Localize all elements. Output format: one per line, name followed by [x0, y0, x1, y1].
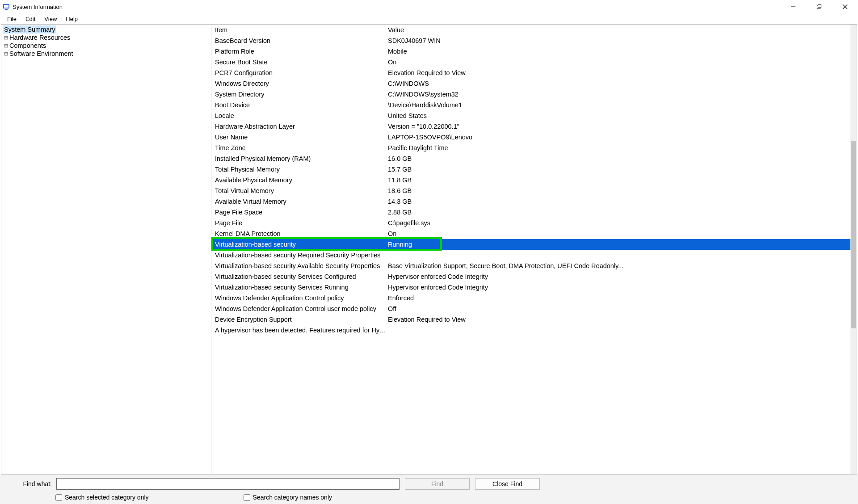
tree-item[interactable]: ⊞Hardware Resources — [3, 34, 209, 42]
detail-value: 14.3 GB — [387, 198, 850, 205]
detail-row[interactable]: LocaleUnited States — [211, 110, 850, 121]
detail-item: Boot Device — [211, 101, 387, 109]
scrollbar-thumb[interactable] — [851, 141, 856, 328]
detail-row[interactable]: Virtualization-based security Services C… — [211, 271, 850, 282]
detail-row[interactable]: Hardware Abstraction LayerVersion = "10.… — [211, 121, 850, 132]
detail-item: Hardware Abstraction Layer — [211, 123, 387, 130]
menu-help[interactable]: Help — [61, 15, 82, 23]
detail-row[interactable]: Windows Defender Application Control pol… — [211, 293, 850, 303]
detail-value: Version = "10.0.22000.1" — [387, 123, 850, 130]
detail-item: Platform Role — [211, 48, 387, 55]
detail-item: Virtualization-based security Services R… — [211, 284, 387, 291]
app-icon — [3, 3, 10, 10]
find-input[interactable] — [56, 478, 400, 490]
detail-row[interactable]: A hypervisor has been detected. Features… — [211, 325, 850, 336]
tree-pane[interactable]: System Summary ⊞Hardware Resources⊞Compo… — [1, 25, 211, 474]
menu-edit[interactable]: Edit — [21, 15, 40, 23]
detail-value: 15.7 GB — [387, 166, 850, 173]
detail-item: Windows Directory — [211, 80, 387, 87]
detail-value: 16.0 GB — [387, 155, 850, 162]
detail-value: LAPTOP-1S5OVPO9\Lenovo — [387, 134, 850, 141]
chk-selected-category[interactable]: Search selected category only — [55, 494, 149, 501]
expand-icon[interactable]: ⊞ — [3, 35, 8, 41]
detail-row[interactable]: User NameLAPTOP-1S5OVPO9\Lenovo — [211, 132, 850, 143]
chk-category-names-box[interactable] — [244, 494, 250, 501]
close-button[interactable] — [832, 0, 858, 13]
detail-row[interactable]: Total Virtual Memory18.6 GB — [211, 185, 850, 196]
detail-row[interactable]: Device Encryption SupportElevation Requi… — [211, 314, 850, 325]
chk-selected-category-box[interactable] — [55, 494, 62, 501]
detail-value: Elevation Required to View — [387, 69, 850, 76]
detail-row[interactable]: Windows Defender Application Control use… — [211, 303, 850, 314]
detail-row[interactable]: Virtualization-based security Services R… — [211, 282, 850, 293]
detail-item: Device Encryption Support — [211, 316, 387, 323]
tree-item-label: Hardware Resources — [9, 34, 70, 41]
tree-item[interactable]: ⊞Software Environment — [3, 50, 209, 58]
tree-root[interactable]: System Summary — [3, 25, 56, 34]
chk-selected-category-label: Search selected category only — [65, 494, 149, 501]
detail-value: Pacific Daylight Time — [387, 144, 850, 151]
find-label: Find what: — [3, 480, 56, 487]
detail-row[interactable]: Secure Boot StateOn — [211, 57, 850, 67]
detail-item: Secure Boot State — [211, 59, 387, 66]
detail-row[interactable]: Boot Device\Device\HarddiskVolume1 — [211, 100, 850, 110]
menubar: File Edit View Help — [0, 13, 858, 24]
detail-value: Off — [387, 305, 850, 312]
expand-icon[interactable]: ⊞ — [3, 43, 8, 49]
detail-item: System Directory — [211, 91, 387, 98]
detail-item: Page File Space — [211, 209, 387, 216]
detail-value: Elevation Required to View — [387, 316, 850, 323]
detail-item: Total Virtual Memory — [211, 187, 387, 194]
detail-item: Available Virtual Memory — [211, 198, 387, 205]
detail-item: Windows Defender Application Control pol… — [211, 294, 387, 302]
detail-row[interactable]: Page FileC:\pagefile.sys — [211, 218, 850, 228]
svg-rect-1 — [4, 5, 8, 8]
detail-row[interactable]: System DirectoryC:\WINDOWS\system32 — [211, 89, 850, 100]
tree-item-label: Software Environment — [9, 50, 73, 57]
detail-item: A hypervisor has been detected. Features… — [211, 327, 387, 334]
tree-item-label: Components — [9, 42, 46, 49]
menu-view[interactable]: View — [40, 15, 61, 23]
detail-item: Virtualization-based security Services C… — [211, 273, 387, 280]
detail-row[interactable]: Available Physical Memory11.8 GB — [211, 175, 850, 185]
menu-file[interactable]: File — [3, 15, 21, 23]
detail-row[interactable]: Time ZonePacific Daylight Time — [211, 143, 850, 153]
svg-rect-5 — [818, 4, 821, 8]
detail-row[interactable]: PCR7 ConfigurationElevation Required to … — [211, 67, 850, 78]
detail-row[interactable]: BaseBoard VersionSDK0J40697 WIN — [211, 35, 850, 46]
detail-row[interactable]: Available Virtual Memory14.3 GB — [211, 196, 850, 207]
detail-item: Virtualization-based security Available … — [211, 262, 387, 269]
detail-row[interactable]: Platform RoleMobile — [211, 46, 850, 57]
expand-icon[interactable]: ⊞ — [3, 51, 8, 57]
detail-value: 11.8 GB — [387, 176, 850, 184]
tree-item[interactable]: ⊞Components — [3, 42, 209, 50]
detail-row[interactable]: Total Physical Memory15.7 GB — [211, 164, 850, 175]
detail-item: Total Physical Memory — [211, 166, 387, 173]
detail-value: Base Virtualization Support, Secure Boot… — [387, 262, 850, 269]
detail-row[interactable]: Virtualization-based security Available … — [211, 260, 850, 271]
detail-item: Kernel DMA Protection — [211, 230, 387, 237]
close-find-button[interactable]: Close Find — [475, 478, 540, 490]
col-value-header[interactable]: Value — [387, 26, 850, 34]
minimize-button[interactable] — [780, 0, 806, 13]
detail-item: Time Zone — [211, 144, 387, 151]
col-item-header[interactable]: Item — [211, 26, 387, 34]
find-button[interactable]: Find — [405, 478, 470, 490]
maximize-button[interactable] — [806, 0, 832, 13]
detail-value: Hypervisor enforced Code Integrity — [387, 284, 850, 291]
detail-row[interactable]: Installed Physical Memory (RAM)16.0 GB — [211, 153, 850, 164]
detail-value: C:\WINDOWS\system32 — [387, 91, 850, 98]
detail-row[interactable]: Kernel DMA ProtectionOn — [211, 228, 850, 239]
vertical-scrollbar[interactable] — [850, 25, 857, 474]
detail-row[interactable]: Virtualization-based security Required S… — [211, 250, 850, 260]
detail-row[interactable]: Page File Space2.88 GB — [211, 207, 850, 218]
find-bar: Find what: Find Close Find Search select… — [0, 475, 858, 504]
detail-row[interactable]: Windows DirectoryC:\WINDOWS — [211, 78, 850, 89]
detail-header[interactable]: Item Value — [211, 25, 850, 35]
detail-value: On — [387, 230, 850, 237]
svg-rect-2 — [5, 9, 8, 10]
detail-value: Enforced — [387, 294, 850, 302]
chk-category-names[interactable]: Search category names only — [244, 494, 332, 501]
detail-value: 2.88 GB — [387, 209, 850, 216]
detail-value: SDK0J40697 WIN — [387, 37, 850, 44]
